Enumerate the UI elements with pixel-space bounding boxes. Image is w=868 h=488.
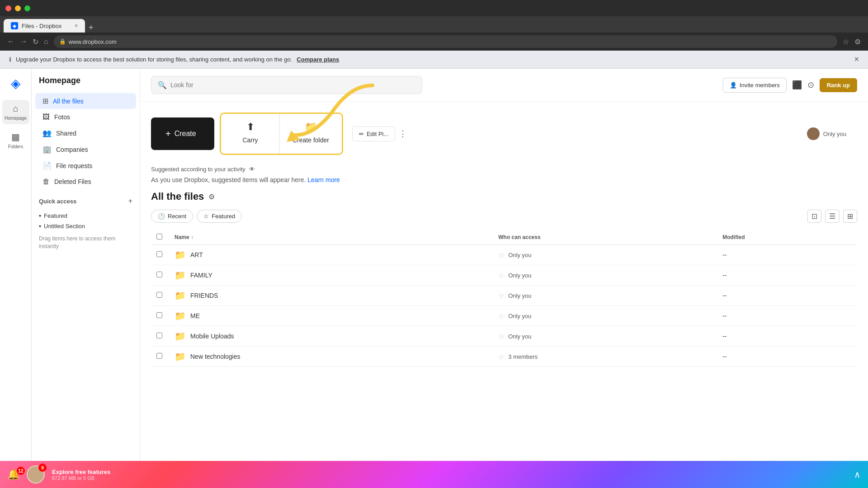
filter-featured-button[interactable]: ☆ Featured bbox=[197, 210, 242, 223]
present-icon[interactable]: ⬛ bbox=[792, 80, 802, 90]
row-checkbox[interactable] bbox=[156, 292, 162, 298]
sidebar-item-shared[interactable]: 👥 Shared bbox=[35, 125, 136, 141]
create-folder-button[interactable]: 📁 Create folder bbox=[280, 114, 342, 154]
access-text: 3 members bbox=[508, 353, 538, 360]
table-row[interactable]: 📁 Mobile Uploads ☆ Only you -- bbox=[151, 326, 857, 347]
create-button[interactable]: + Create bbox=[151, 117, 214, 150]
explore-toggle-button[interactable]: ∧ bbox=[854, 469, 861, 480]
folders-icon: ▦ bbox=[11, 131, 20, 142]
star-icon[interactable]: ☆ bbox=[498, 312, 505, 320]
explore-title: Explore free features bbox=[52, 469, 110, 475]
folder-plus-icon: 📁 bbox=[305, 121, 317, 133]
sort-arrow-icon: ↑ bbox=[191, 235, 193, 240]
star-icon[interactable]: ☆ bbox=[498, 332, 505, 341]
row-checkbox[interactable] bbox=[156, 312, 162, 318]
featured-section[interactable]: ▾ Featured bbox=[32, 211, 140, 221]
traffic-light-yellow[interactable] bbox=[15, 5, 21, 11]
access-text: Only you bbox=[508, 292, 531, 299]
dropbox-logo[interactable]: ◈ bbox=[11, 76, 21, 91]
filter-recent-button[interactable]: 🕐 Recent bbox=[151, 210, 193, 223]
filter-featured-label: Featured bbox=[212, 213, 235, 220]
row-checkbox[interactable] bbox=[156, 251, 162, 257]
learn-more-link[interactable]: Learn more bbox=[307, 176, 340, 183]
nav-home-item[interactable]: ⌂ Homepage bbox=[2, 100, 29, 124]
home-button[interactable]: ⌂ bbox=[44, 38, 48, 46]
file-requests-icon: 📄 bbox=[42, 161, 52, 170]
traffic-light-green[interactable] bbox=[24, 5, 30, 11]
table-row[interactable]: 📁 FAMILY ☆ Only you -- bbox=[151, 265, 857, 286]
nav-folders-item[interactable]: ▦ Folders bbox=[2, 128, 29, 153]
table-row[interactable]: 📁 ME ☆ Only you -- bbox=[151, 306, 857, 326]
help-icon[interactable]: ⊙ bbox=[807, 80, 814, 90]
row-checkbox[interactable] bbox=[156, 353, 162, 359]
tab-title: Files - Dropbox bbox=[22, 23, 61, 29]
refresh-button[interactable]: ↻ bbox=[33, 38, 38, 46]
more-options-button[interactable]: ⋮ bbox=[399, 129, 407, 139]
star-filter-icon: ☆ bbox=[203, 213, 209, 220]
quick-access-add-button[interactable]: + bbox=[128, 197, 132, 205]
address-bar[interactable]: 🔒 www.dropbox.com bbox=[54, 35, 837, 48]
featured-chevron-icon: ▾ bbox=[39, 213, 41, 218]
star-icon[interactable]: ☆ bbox=[498, 271, 505, 280]
sidebar-item-file-requests[interactable]: 📄 File requests bbox=[35, 158, 136, 174]
only-you-badge: Only you bbox=[807, 127, 846, 140]
gear-icon[interactable]: ⚙ bbox=[208, 192, 215, 201]
banner-text: Upgrade your Dropbox to access the best … bbox=[16, 56, 292, 63]
tab-close-button[interactable]: × bbox=[75, 23, 78, 29]
sidebar-item-companies[interactable]: 🏢 Companies bbox=[35, 141, 136, 157]
modified-text: -- bbox=[717, 326, 857, 347]
star-icon[interactable]: ☆ bbox=[498, 291, 505, 300]
companies-icon: 🏢 bbox=[42, 145, 52, 154]
back-button[interactable]: ← bbox=[7, 38, 14, 46]
search-box[interactable]: 🔍 bbox=[151, 76, 422, 94]
sidebar-item-fotos[interactable]: 🖼 Fotos bbox=[35, 109, 136, 125]
sidebar-item-all-files[interactable]: ⊞ All the files bbox=[35, 93, 136, 109]
grid-view-button[interactable]: ⊡ bbox=[807, 210, 821, 223]
folder-icon: 📁 bbox=[175, 310, 186, 321]
folder-icon: 📁 bbox=[175, 270, 186, 281]
edit-pin-button[interactable]: ✏ Edit Pi... bbox=[352, 127, 395, 141]
untitled-section[interactable]: ▾ Untitled Section bbox=[32, 221, 140, 231]
row-checkbox[interactable] bbox=[156, 272, 162, 277]
search-input[interactable] bbox=[170, 81, 415, 89]
rank-up-button[interactable]: Rank up bbox=[820, 78, 857, 92]
extensions-icon[interactable]: ⚙ bbox=[854, 38, 861, 46]
forward-button[interactable]: → bbox=[20, 38, 27, 46]
user-avatar-bottom: 9 bbox=[23, 465, 45, 483]
name-column-header[interactable]: Name ↑ bbox=[175, 234, 487, 240]
invite-label: Invite members bbox=[740, 82, 780, 89]
row-checkbox[interactable] bbox=[156, 333, 162, 338]
new-tab-button[interactable]: + bbox=[85, 23, 97, 33]
star-icon[interactable]: ☆ bbox=[498, 251, 505, 259]
filter-recent-label: Recent bbox=[168, 213, 186, 220]
filter-bar: 🕐 Recent ☆ Featured ⊡ ☰ ⊞ bbox=[151, 210, 857, 223]
table-row[interactable]: 📁 ART ☆ Only you -- bbox=[151, 245, 857, 265]
topbar-actions: 👤 Invite members ⬛ ⊙ Rank up bbox=[723, 78, 857, 93]
table-row[interactable]: 📁 New technologies ☆ 3 members -- bbox=[151, 347, 857, 367]
featured-label: Featured bbox=[44, 212, 67, 219]
folder-icon: 📁 bbox=[175, 351, 186, 362]
list-view-button[interactable]: ☰ bbox=[825, 210, 840, 223]
file-name: Mobile Uploads bbox=[190, 333, 234, 340]
all-files-icon: ⊞ bbox=[42, 97, 48, 105]
suggested-header: Suggested according to your activity 👁 bbox=[151, 166, 857, 173]
banner-close-button[interactable]: × bbox=[854, 55, 859, 64]
compact-view-button[interactable]: ⊞ bbox=[843, 210, 857, 223]
suggested-body: As you use Dropbox, suggested items will… bbox=[151, 176, 857, 183]
bookmark-icon[interactable]: ☆ bbox=[843, 38, 849, 46]
traffic-light-red[interactable] bbox=[5, 5, 11, 11]
invite-members-button[interactable]: 👤 Invite members bbox=[723, 78, 787, 93]
section-header: All the files ⚙ bbox=[151, 191, 857, 202]
compare-plans-link[interactable]: Compare plans bbox=[297, 56, 339, 63]
upload-button[interactable]: ⬆ Carry bbox=[221, 114, 280, 154]
star-icon[interactable]: ☆ bbox=[498, 352, 505, 361]
select-all-checkbox[interactable] bbox=[156, 234, 162, 239]
access-text: Only you bbox=[508, 333, 531, 340]
sidebar-title: Homepage bbox=[32, 76, 140, 93]
table-row[interactable]: 📁 FRIENDS ☆ Only you -- bbox=[151, 286, 857, 306]
nav-home-label: Homepage bbox=[5, 116, 27, 121]
browser-tab-active[interactable]: ◈ Files - Dropbox × bbox=[4, 19, 85, 33]
sidebar-item-deleted[interactable]: 🗑 Deleted Files bbox=[35, 174, 136, 189]
folder-icon: 📁 bbox=[175, 290, 186, 301]
create-button-label: Create bbox=[175, 130, 196, 138]
